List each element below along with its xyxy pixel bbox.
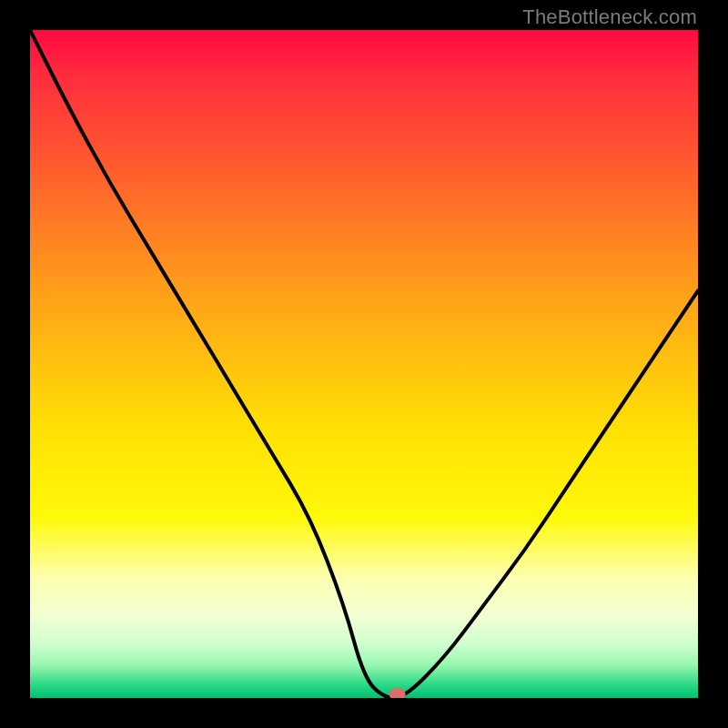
watermark-text: TheBottleneck.com [522,5,697,29]
plot-area [30,30,698,698]
chart-frame: TheBottleneck.com [0,0,728,728]
marker-dot [389,688,406,698]
bottleneck-curve [30,30,698,698]
